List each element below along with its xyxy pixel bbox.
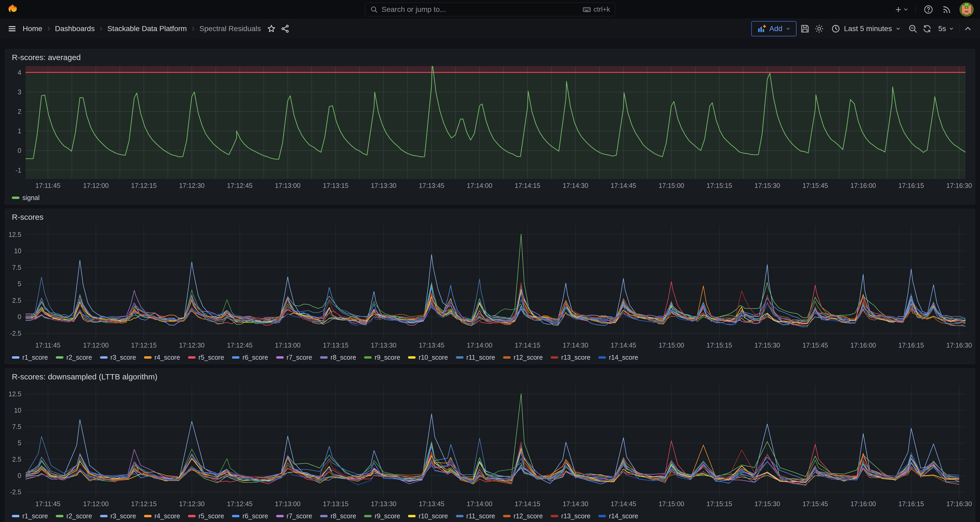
svg-text:17:16:15: 17:16:15 [899, 500, 924, 508]
time-range-picker[interactable]: Last 5 minutes [827, 21, 904, 37]
legend-item-r5_score[interactable]: r5_score [188, 512, 224, 520]
legend-item-r5_score[interactable]: r5_score [188, 354, 224, 361]
favorite-button[interactable] [266, 22, 277, 35]
breadcrumb-dashboards[interactable]: Dashboards [55, 24, 95, 33]
legend-color-pill [408, 356, 416, 359]
legend-item-r14_score[interactable]: r14_score [598, 354, 638, 361]
legend-item-r9_score[interactable]: r9_score [364, 354, 400, 361]
svg-text:17:15:15: 17:15:15 [706, 182, 732, 189]
legend-item-r14_score[interactable]: r14_score [598, 512, 638, 520]
legend-label: r3_score [111, 354, 136, 361]
bar-chart-plus-icon [757, 24, 766, 33]
legend-label: r12_score [514, 354, 543, 361]
breadcrumb-home[interactable]: Home [23, 24, 42, 33]
svg-text:17:12:30: 17:12:30 [179, 342, 205, 349]
legend-item-r10_score[interactable]: r10_score [408, 354, 448, 361]
svg-text:17:11:45: 17:11:45 [35, 182, 60, 189]
legend-color-pill [598, 515, 606, 517]
legend-item-r10_score[interactable]: r10_score [408, 512, 448, 520]
legend-label: r11_score [466, 512, 495, 520]
save-dashboard-button[interactable] [799, 22, 811, 35]
dashboard-canvas: R-scores: averaged -10123417:11:4517:12:… [0, 38, 980, 522]
share-icon [281, 24, 290, 33]
add-button[interactable]: Add [751, 21, 797, 37]
svg-text:17:14:15: 17:14:15 [515, 182, 540, 189]
breadcrumb-folder[interactable]: Stackable Data Platform [107, 24, 187, 33]
chart-area[interactable]: -10123417:11:4517:12:0017:12:1517:12:301… [5, 64, 975, 191]
help-button[interactable] [923, 3, 934, 16]
legend-label: r1_score [22, 354, 48, 361]
legend-item-r6_score[interactable]: r6_score [232, 354, 268, 361]
legend-item-r4_score[interactable]: r4_score [144, 354, 180, 361]
dashboard-toolbar-row: Home Dashboards Stackable Data Platform … [0, 19, 980, 38]
legend-item-r9_score[interactable]: r9_score [364, 512, 400, 520]
legend-item-r2_score[interactable]: r2_score [56, 354, 92, 361]
legend-item-r2_score[interactable]: r2_score [56, 512, 92, 520]
chart-canvas[interactable]: -10123417:11:4517:12:0017:12:1517:12:301… [5, 64, 975, 191]
panel-title[interactable]: R-scores: downsampled (LTTB algorithm) [12, 372, 158, 383]
legend-item-r8_score[interactable]: r8_score [320, 354, 356, 361]
svg-text:17:15:15: 17:15:15 [706, 500, 732, 508]
legend-label: r10_score [418, 512, 448, 520]
news-button[interactable] [941, 3, 953, 16]
chart-canvas[interactable]: -2.502.557.51012.517:11:4517:12:0017:12:… [5, 224, 975, 351]
legend-item-r1_score[interactable]: r1_score [12, 512, 48, 520]
legend-item-signal[interactable]: signal [12, 194, 40, 201]
search-bar[interactable]: ctrl+k [365, 3, 615, 16]
legend-item-r3_score[interactable]: r3_score [100, 512, 136, 520]
legend-item-r12_score[interactable]: r12_score [503, 512, 543, 520]
svg-text:2.5: 2.5 [12, 456, 21, 463]
legend-item-r7_score[interactable]: r7_score [276, 512, 312, 520]
legend-label: r2_score [66, 354, 92, 361]
legend-label: r4_score [154, 512, 180, 520]
zoom-out-button[interactable] [907, 22, 919, 35]
legend-item-r8_score[interactable]: r8_score [320, 512, 356, 520]
collapse-toolbar-button[interactable] [962, 22, 974, 35]
svg-text:2.5: 2.5 [12, 297, 21, 304]
refresh-interval-picker[interactable]: 5s [935, 21, 956, 37]
panel-title[interactable]: R-scores [12, 213, 43, 224]
legend-item-r4_score[interactable]: r4_score [144, 512, 180, 520]
legend-item-r6_score[interactable]: r6_score [232, 512, 268, 520]
grafana-logo-icon[interactable] [6, 3, 18, 16]
svg-text:17:12:15: 17:12:15 [131, 182, 157, 189]
svg-text:17:13:15: 17:13:15 [323, 182, 348, 189]
legend-item-r13_score[interactable]: r13_score [550, 354, 590, 361]
chart-legend: r1_scorer2_scorer3_scorer4_scorer5_score… [5, 351, 975, 364]
legend-color-pill [320, 515, 328, 517]
chart-area[interactable]: -2.502.557.51012.517:11:4517:12:0017:12:… [5, 383, 975, 509]
new-menu-button[interactable]: + [896, 3, 908, 16]
chevron-up-icon [964, 25, 972, 33]
dashboard-settings-button[interactable] [813, 22, 825, 35]
svg-text:12.5: 12.5 [8, 231, 21, 238]
menu-button[interactable] [6, 22, 18, 35]
panel-title[interactable]: R-scores: averaged [12, 53, 81, 64]
panel-r-scores: R-scores -2.502.557.51012.517:11:4517:12… [5, 209, 975, 364]
svg-text:0: 0 [18, 313, 21, 321]
svg-text:17:14:00: 17:14:00 [467, 342, 492, 349]
share-button[interactable] [279, 22, 291, 35]
legend-item-r11_score[interactable]: r11_score [456, 354, 495, 361]
svg-text:17:13:30: 17:13:30 [371, 182, 396, 189]
svg-text:17:15:45: 17:15:45 [802, 182, 828, 189]
legend-item-r12_score[interactable]: r12_score [503, 354, 543, 361]
chart-area[interactable]: -2.502.557.51012.517:11:4517:12:0017:12:… [5, 224, 975, 351]
legend-item-r3_score[interactable]: r3_score [100, 354, 136, 361]
search-input[interactable] [382, 5, 579, 14]
legend-item-r11_score[interactable]: r11_score [456, 512, 495, 520]
legend-item-r7_score[interactable]: r7_score [276, 354, 312, 361]
legend-color-pill [550, 356, 558, 359]
chart-canvas[interactable]: -2.502.557.51012.517:11:4517:12:0017:12:… [5, 383, 975, 509]
svg-text:17:12:00: 17:12:00 [83, 182, 109, 189]
svg-text:17:15:30: 17:15:30 [754, 500, 780, 508]
svg-text:1: 1 [18, 127, 21, 135]
svg-text:17:13:30: 17:13:30 [371, 342, 396, 349]
refresh-button[interactable] [921, 22, 933, 35]
keyboard-icon [582, 5, 591, 14]
legend-label: r7_score [286, 354, 312, 361]
svg-text:0: 0 [18, 472, 21, 479]
legend-item-r13_score[interactable]: r13_score [550, 512, 590, 520]
avatar[interactable] [959, 2, 974, 17]
legend-label: r3_score [111, 512, 136, 520]
legend-item-r1_score[interactable]: r1_score [12, 354, 48, 361]
